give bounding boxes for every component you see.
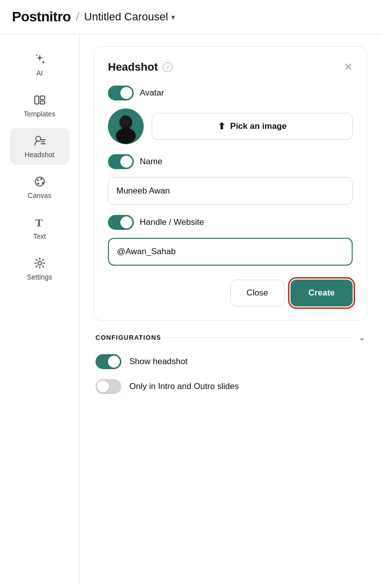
sidebar-item-text[interactable]: T Text [10, 209, 70, 246]
templates-icon [33, 93, 47, 107]
handle-toggle[interactable] [108, 215, 134, 230]
sidebar-item-label-ai: AI [36, 69, 43, 77]
only-intro-toggle[interactable] [95, 379, 121, 394]
sidebar-item-label-canvas: Canvas [28, 192, 51, 199]
name-label: Name [140, 157, 162, 167]
handle-input[interactable] [108, 238, 353, 266]
show-headshot-label: Show headshot [129, 357, 188, 367]
avatar-toggle-row: Avatar [108, 86, 353, 100]
svg-point-7 [35, 177, 44, 186]
sidebar-item-label-settings: Settings [27, 273, 52, 281]
only-intro-thumb [97, 381, 109, 392]
configurations-header[interactable]: CONFIGURATIONS ⌄ [95, 333, 365, 342]
configurations-section: CONFIGURATIONS ⌄ Show headshot [94, 333, 367, 394]
show-headshot-toggle[interactable] [95, 354, 121, 369]
avatar-label: Avatar [140, 88, 164, 98]
svg-rect-0 [35, 96, 39, 104]
app-logo: Postnitro [12, 9, 71, 25]
svg-rect-1 [40, 96, 45, 99]
avatar-toggle-thumb [120, 87, 132, 99]
svg-point-16 [116, 128, 136, 144]
svg-point-15 [119, 115, 132, 129]
pick-image-label: Pick an image [230, 121, 286, 131]
name-toggle-row: Name [108, 154, 353, 169]
avatar-image [108, 108, 144, 144]
handle-toggle-row: Handle / Website [108, 215, 353, 230]
sidebar-item-label-text: Text [33, 232, 46, 240]
svg-point-13 [38, 262, 41, 265]
sidebar-item-templates[interactable]: Templates [10, 87, 70, 124]
project-title[interactable]: Untitled Carousel [84, 10, 168, 23]
close-button[interactable]: Close [230, 280, 285, 306]
sidebar-item-headshot[interactable]: Headshot [10, 128, 70, 165]
show-headshot-thumb [108, 356, 120, 368]
panel-title: Headshot [108, 61, 158, 74]
sidebar-item-label-headshot: Headshot [25, 151, 55, 159]
upload-icon: ⬆ [218, 121, 225, 132]
pick-image-button[interactable]: ⬆ Pick an image [152, 113, 353, 140]
canvas-icon [33, 175, 47, 189]
svg-rect-2 [40, 101, 45, 104]
sidebar-item-settings[interactable]: Settings [10, 250, 70, 287]
sidebar: AI Templates [0, 34, 80, 585]
panel-title-group: Headshot i [108, 61, 173, 74]
header: Postnitro / Untitled Carousel ▾ [0, 0, 381, 34]
show-headshot-row: Show headshot [95, 354, 365, 369]
avatar [108, 108, 144, 144]
create-button[interactable]: Create [290, 280, 353, 306]
sidebar-item-ai[interactable]: AI [10, 46, 70, 83]
svg-point-10 [42, 182, 44, 184]
handle-toggle-thumb [120, 216, 132, 228]
svg-point-11 [37, 183, 39, 185]
configurations-title: CONFIGURATIONS [95, 334, 161, 341]
ai-icon [33, 52, 47, 66]
name-input[interactable] [108, 177, 353, 205]
only-intro-row: Only in Intro and Outro slides [95, 379, 365, 394]
header-separator: / [76, 10, 79, 24]
settings-icon [33, 256, 47, 270]
config-divider [167, 337, 353, 338]
button-row: Close Create [108, 280, 353, 306]
svg-text:T: T [35, 216, 43, 229]
sidebar-item-canvas[interactable]: Canvas [10, 169, 70, 205]
svg-point-8 [37, 179, 39, 181]
avatar-section: ⬆ Pick an image [108, 108, 353, 144]
main-content: Headshot i ✕ Avatar [80, 34, 381, 585]
sidebar-item-label-templates: Templates [24, 110, 56, 118]
headshot-icon [33, 134, 47, 148]
svg-point-18 [126, 120, 129, 124]
project-chevron-icon[interactable]: ▾ [171, 12, 175, 22]
configurations-chevron-icon[interactable]: ⌄ [359, 333, 365, 342]
handle-label: Handle / Website [140, 217, 204, 227]
text-icon: T [33, 215, 47, 229]
info-icon[interactable]: i [163, 62, 173, 72]
only-intro-label: Only in Intro and Outro slides [129, 382, 239, 392]
name-toggle-thumb [120, 156, 132, 168]
name-toggle[interactable] [108, 154, 134, 169]
headshot-panel: Headshot i ✕ Avatar [94, 46, 367, 321]
svg-point-17 [122, 120, 125, 124]
app-layout: AI Templates [0, 34, 381, 585]
svg-point-9 [40, 178, 42, 180]
panel-header: Headshot i ✕ [108, 61, 353, 74]
close-icon[interactable]: ✕ [344, 62, 353, 73]
avatar-toggle[interactable] [108, 86, 134, 100]
